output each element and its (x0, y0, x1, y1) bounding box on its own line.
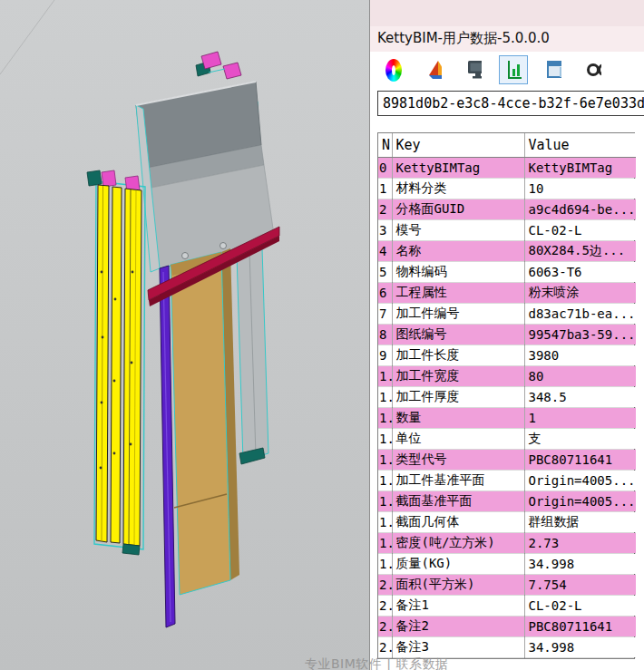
row-key-cell: 加工件基准平面 (392, 471, 524, 491)
table-row[interactable]: 1. 数量 1 (378, 408, 636, 429)
row-key-cell: 备注2 (392, 617, 524, 637)
table-row[interactable]: 3 模号 CL-02-L (378, 220, 636, 241)
col-header-key[interactable]: Key (392, 133, 524, 158)
row-key-cell: 加工件长度 (392, 345, 524, 366)
row-index-cell: 3 (378, 220, 392, 241)
table-row[interactable]: 1. 类型代号 PBC80711641 (378, 450, 636, 471)
user-data-table[interactable]: N Key Value 0 KettyBIMTag KettyBIMTag 1 … (377, 132, 635, 659)
row-index-cell: 1. (378, 450, 392, 471)
row-key-cell: 单位 (392, 429, 524, 450)
row-index-cell: 2. (378, 617, 392, 637)
panel-titlebar[interactable]: KettyBIM-用户数据-5.0.0.0 (370, 26, 644, 52)
table-row[interactable]: 9 加工件长度 3980 (378, 345, 636, 366)
row-key-cell: 备注3 (392, 637, 524, 658)
guid-input[interactable]: 8981d0b2-e3c8-4cce-b32f-6e7e033de (377, 91, 644, 116)
table-row[interactable]: 1. 加工件厚度 348.5 (378, 387, 636, 408)
row-value-cell: 99547ba3-59... (524, 325, 636, 345)
binoculars-icon (585, 60, 601, 80)
row-value-cell: 1 (524, 408, 636, 429)
data-chart-button[interactable] (499, 55, 528, 84)
row-value-cell: 80 (524, 366, 636, 387)
table-row[interactable]: 1. 加工件宽度 80 (378, 366, 636, 387)
table-row[interactable]: 7 加工件编号 d83ac71b-ea... (378, 304, 636, 325)
model-svg[interactable] (0, 0, 369, 670)
row-value-cell: 3980 (524, 345, 636, 366)
table-row[interactable]: 8 图纸编号 99547ba3-59... (378, 325, 636, 345)
monitor-button[interactable] (459, 55, 488, 84)
row-value-cell: 支 (524, 429, 636, 450)
row-value-cell: 34.998 (524, 637, 636, 658)
row-key-cell: 材料分类 (392, 179, 524, 199)
table-row[interactable]: 1. 单位 支 (378, 429, 636, 450)
table-row[interactable]: 5 物料编码 6063-T6 (378, 262, 636, 283)
row-index-cell: 5 (378, 262, 392, 283)
row-key-cell: 面积(平方米) (392, 575, 524, 596)
row-value-cell: 80X284.5边... (524, 241, 636, 262)
row-index-cell: 2. (378, 596, 392, 617)
row-index-cell: 9 (378, 345, 392, 366)
row-key-cell: 加工件宽度 (392, 366, 524, 387)
screw-icon (182, 253, 189, 259)
row-index-cell: 1 (378, 179, 392, 199)
monitor-icon (465, 57, 482, 83)
table-row[interactable]: 1. 截面几何体 群组数据 (378, 512, 636, 533)
panel-window-button[interactable] (539, 55, 568, 84)
row-key-cell: 模号 (392, 220, 524, 241)
row-value-cell: 10 (524, 179, 636, 199)
binoculars-button[interactable] (579, 55, 608, 84)
col-header-value[interactable]: Value (524, 133, 636, 158)
row-index-cell: 1. (378, 533, 392, 554)
table-row[interactable]: 1. 质量(KG) 34.998 (378, 554, 636, 575)
table-row[interactable]: 2. 备注3 34.998 (378, 637, 636, 658)
table-row[interactable]: 2. 面积(平方米) 7.754 (378, 575, 636, 596)
row-value-cell: 348.5 (524, 387, 636, 408)
row-key-cell: 加工件厚度 (392, 387, 524, 408)
table-row[interactable]: 6 工程属性 粉末喷涂 (378, 283, 636, 304)
row-value-cell: Origin=4005... (524, 471, 636, 491)
row-key-cell: 物料编码 (392, 262, 524, 283)
color-wheel-icon (385, 59, 402, 82)
row-key-cell: 数量 (392, 408, 524, 429)
row-key-cell: 分格面GUID (392, 199, 524, 220)
user-data-table-body: 0 KettyBIMTag KettyBIMTag 1 材料分类 10 2 分格… (378, 158, 636, 658)
panel-title: KettyBIM-用户数据-5.0.0.0 (377, 30, 550, 46)
row-value-cell: a9c4d694-be... (524, 199, 636, 220)
row-key-cell: 截面基准平面 (392, 491, 524, 512)
table-row[interactable]: 1. 截面基准平面 Origin=4005... (378, 491, 636, 512)
row-value-cell: KettyBIMTag (524, 158, 636, 179)
table-row[interactable]: 2. 备注1 CL-02-L (378, 596, 636, 617)
table-row[interactable]: 0 KettyBIMTag KettyBIMTag (378, 158, 636, 179)
row-index-cell: 1. (378, 471, 392, 491)
row-index-cell: 1. (378, 512, 392, 533)
table-row[interactable]: 1. 密度(吨/立方米) 2.73 (378, 533, 636, 554)
row-value-cell: 34.998 (524, 554, 636, 575)
table-row[interactable]: 2 分格面GUID a9c4d694-be... (378, 199, 636, 220)
col-header-index[interactable]: N (378, 133, 392, 158)
table-row[interactable]: 4 名称 80X284.5边... (378, 241, 636, 262)
row-value-cell: 粉末喷涂 (524, 283, 636, 304)
app-window: KettyBIM-用户数据-5.0.0.0 (0, 0, 644, 670)
model-infill-panel[interactable] (171, 248, 239, 595)
color-wheel-button[interactable] (379, 55, 408, 84)
data-chart-icon (505, 58, 522, 82)
row-index-cell: 2. (378, 637, 392, 658)
row-key-cell: 密度(吨/立方米) (392, 533, 524, 554)
viewport-3d[interactable] (0, 0, 369, 670)
row-index-cell: 1. (378, 554, 392, 575)
row-value-cell: 7.754 (524, 575, 636, 596)
row-value-cell: CL-02-L (524, 596, 636, 617)
row-index-cell: 1. (378, 387, 392, 408)
table-row[interactable]: 2. 备注2 PBC80711641 (378, 617, 636, 637)
table-row[interactable]: 1 材料分类 10 (378, 179, 636, 199)
row-value-cell: 2.73 (524, 533, 636, 554)
row-key-cell: 截面几何体 (392, 512, 524, 533)
row-index-cell: 1. (378, 408, 392, 429)
row-key-cell: 质量(KG) (392, 554, 524, 575)
materials-button[interactable] (419, 55, 448, 84)
row-index-cell: 6 (378, 283, 392, 304)
table-row[interactable]: 1. 加工件基准平面 Origin=4005... (378, 471, 636, 491)
row-value-cell: Origin=4005... (524, 491, 636, 512)
row-index-cell: 1. (378, 366, 392, 387)
user-data-panel: KettyBIM-用户数据-5.0.0.0 (369, 0, 644, 670)
row-index-cell: 2. (378, 575, 392, 596)
